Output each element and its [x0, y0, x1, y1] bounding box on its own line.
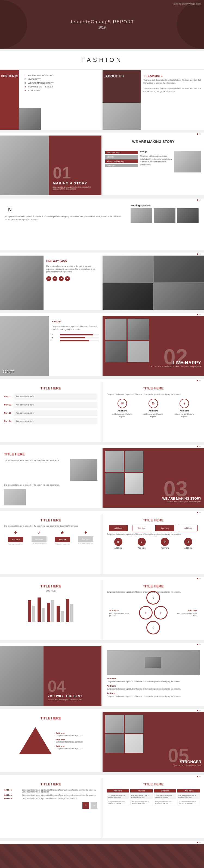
bar-row-1: A [52, 334, 99, 335]
tri-item-2-title: Add here [56, 739, 83, 741]
n-slide: N Our presentations are a product of the… [0, 202, 204, 250]
bar-group-4 [57, 606, 64, 622]
nav-dots-5 [0, 379, 204, 382]
tab-row-2: Add here Our presentations are a product… [4, 794, 97, 796]
slide-title-05: STRONGER [173, 760, 201, 764]
icon-gear: ⚙ [148, 399, 158, 408]
ms-photo-1 [105, 451, 124, 472]
add-here-btn-4[interactable]: Add here [78, 536, 93, 542]
contents-body: 1. WE ARE MAKING STORY 2. LIVE HAPPY 3. … [22, 70, 101, 97]
tri-content: Add here Our presentations are a product… [19, 727, 83, 754]
arr-icon-diamond: ♦ [184, 538, 192, 546]
about-extra-text: This is an edit description to add detai… [143, 87, 201, 93]
icon-4: ♦ [65, 276, 70, 281]
making-detail: TITLE This is an edit description to add… [140, 151, 172, 173]
th-2: Add here [130, 789, 153, 793]
tri-shape-container [19, 727, 52, 754]
tab-row-3: Add here Our presentations are a product… [4, 797, 97, 799]
th-3: Add here [154, 789, 177, 793]
one-way-image [0, 255, 43, 310]
hero-text-block: JeanetteChang'S REPORT 2019 [70, 20, 134, 29]
one-way-icons: ✉ ⚙ ★ ♦ [46, 276, 99, 281]
cycle-slide: TITLE HERE Our presentations are a produ… [103, 580, 204, 640]
contents-label: CON TENTS [1, 74, 18, 78]
arr-icon-2: ♪ Add here [138, 538, 146, 549]
beauty-text-block: BEAUTY Our presentations are a product o… [49, 316, 101, 376]
arr-btn-2[interactable]: Add here [132, 525, 151, 531]
bar-4b [61, 611, 64, 622]
tab-icons: ✉ ♦ [4, 802, 97, 809]
making-btn-2[interactable]: Best one [105, 155, 138, 159]
add-here-btn-3[interactable]: Add here [55, 537, 70, 542]
one-way-body: Our presentations are a product of the u… [46, 265, 99, 274]
nav-dots-6 [0, 445, 204, 448]
cycle-circle-bottom: ⊕ [146, 621, 160, 634]
making-story-right: WE ARE MAKING STORY Add some word Best o… [103, 135, 204, 195]
nav-dots-3 [0, 253, 204, 255]
ms-text-block: WE ARE MAKING STORY You can add a descri… [162, 497, 201, 502]
arr-btn-4[interactable]: Add here [179, 525, 198, 531]
slide-01: 01 MAKING A STORY You can add a descript… [0, 135, 101, 195]
beauty-body: Our presentations are a product of the u… [52, 325, 99, 331]
add-item-3-text: Our presentations are a product of the u… [107, 695, 200, 698]
arrows-text: Our presentations are a product of the u… [4, 525, 97, 527]
add-image-inner [145, 657, 161, 668]
title-left-slide: TITLE HERE Our presentations are a produ… [0, 448, 101, 508]
tl-image-2 [4, 489, 26, 505]
cycle-circles-mid: ⊕ ⊕ [139, 606, 168, 620]
arr-text: Our presentations are a product of the u… [107, 533, 200, 535]
thank-you-bg [0, 844, 204, 868]
tl-content: Our presentations are a product of the u… [4, 459, 97, 481]
triangle-slide: TITLE HERE Add here Our presentations ar… [0, 712, 101, 772]
bar-row-2: B [52, 337, 99, 338]
photo-grid-slide [103, 255, 204, 310]
bar-3b [51, 600, 54, 622]
tab-grid-row-2: Our presentations are a product of the u… [107, 800, 200, 805]
add-item-3-title: Add here [107, 692, 200, 694]
making-btn-3[interactable]: We are making story [105, 159, 138, 163]
story-image [0, 135, 49, 195]
bar-3a [47, 603, 50, 622]
nav-dots-11 [0, 775, 204, 778]
making-btn-1[interactable]: Add some word [105, 151, 138, 154]
tri-item-3-text: Our presentations are a product [56, 747, 83, 749]
teammate-text: This is an edit description to add detai… [143, 79, 201, 85]
arr-row: Add here Add here Add here Add here [107, 525, 200, 531]
arr-btn-3[interactable]: Add here [155, 525, 174, 531]
tl-text-1: Our presentations are a product of the u… [4, 459, 67, 462]
add-here-btn-1[interactable]: Add here [8, 537, 23, 542]
making-btn-4[interactable]: About you [105, 164, 138, 167]
arrows-right-slide: TITLE HERE Add here Add here Add here Ad… [103, 514, 204, 574]
add-item-3: Add here Our presentations are a product… [107, 692, 200, 698]
arr-icon-1: ★ Add here [114, 538, 122, 549]
tri-items: Add here Our presentations are a product… [56, 732, 83, 749]
one-way-text-block: ONE WAY PASS Our presentations are a pro… [43, 255, 101, 310]
arr-btn-1[interactable]: Add here [109, 525, 128, 531]
cycle-item-1-text: Our presentations are a product [109, 613, 134, 616]
dot-d [199, 253, 201, 255]
slide-number-03: 03 [164, 478, 188, 500]
slide-subtitle-05: You can add description here [173, 764, 201, 767]
icon-person: ♦ [179, 399, 189, 408]
about-right-panel: TEAMMATE This is an edit description to … [141, 70, 204, 130]
str-photo-1 [105, 715, 124, 733]
cycle-title: TITLE HERE [107, 584, 200, 588]
dot-1 [197, 133, 198, 135]
contents-item-4: 4. YOU WILL BE THE BEST [25, 86, 99, 88]
one-way-slide: ONE WAY PASS Our presentations are a pro… [0, 255, 101, 310]
bar-1a [28, 600, 31, 622]
add-items: Add here Our presentations are a product… [107, 677, 200, 698]
tab-grid-header: Add here Add here Add here Add here [107, 789, 200, 793]
slide-title-04: YOU WILL THE BEST [48, 694, 97, 698]
photo-4 [154, 283, 204, 310]
tri-item-2-text: Our presentations are a product [56, 741, 83, 743]
add-here-btn-2[interactable]: Add here [32, 536, 47, 542]
slide-05: 05 STRONGER You can add description here [103, 712, 204, 772]
about-title: ABOUT US [105, 74, 124, 78]
tab-row-header: Add here Our presentations are a product… [4, 789, 97, 793]
dot-2 [199, 133, 201, 135]
lh-photos [105, 319, 149, 362]
cycle-right: Add here Our presentations are a product [173, 609, 197, 616]
arr-icons: ★ Add here ♪ Add here ✈ Add here ♦ Add h… [107, 538, 200, 549]
slide-subtitle-03: You can add a description here to explai… [162, 500, 201, 502]
